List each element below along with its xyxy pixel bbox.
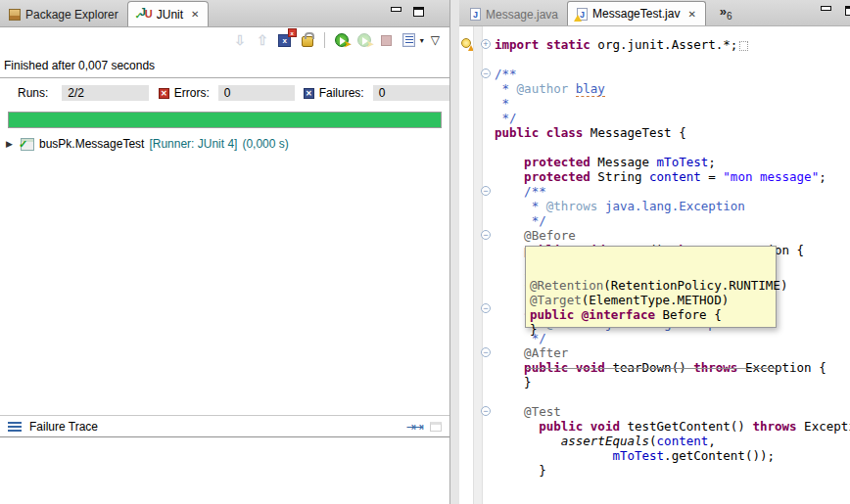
- fold-expanded-icon[interactable]: −: [481, 406, 491, 416]
- junit-toolbar: ⇩ ⇧ xx ➤ ➤ ▾ ▽: [0, 27, 449, 53]
- code-token: [495, 345, 524, 360]
- code-token: [495, 434, 561, 448]
- test-suite-icon: ✓: [21, 138, 34, 151]
- code-token: ,: [708, 434, 716, 448]
- test-run-history-icon[interactable]: [401, 32, 417, 48]
- view-menu-icon[interactable]: ▽: [431, 33, 440, 47]
- minimize-icon[interactable]: [391, 7, 401, 12]
- code-token: throws: [752, 419, 796, 434]
- code-token: *: [495, 81, 517, 96]
- junit-icon: ✓JU: [137, 8, 152, 21]
- runs-label: Runs:: [18, 86, 48, 100]
- code-token: @interface: [582, 307, 655, 322]
- code-token: [495, 448, 612, 463]
- tab-messagetest-java[interactable]: J MessageTest.jav ✕: [567, 1, 706, 25]
- code-line: @Before: [495, 228, 850, 243]
- compare-result-icon[interactable]: ⇥⇥: [406, 420, 422, 434]
- code-line: /**: [495, 67, 850, 81]
- code-line: @Test: [495, 404, 850, 419]
- code-line: }: [530, 322, 776, 337]
- close-icon[interactable]: ✕: [687, 9, 695, 20]
- code-token: [495, 155, 524, 169]
- fold-expanded-icon[interactable]: −: [481, 69, 491, 78]
- tab-junit[interactable]: ✓JU JUnit ✕: [127, 1, 210, 26]
- minimize-icon[interactable]: [821, 6, 831, 11]
- code-line: [495, 140, 850, 155]
- code-token: public: [530, 307, 574, 322]
- editor-body[interactable]: +−−−−−− import static org.junit.Assert.*…: [459, 26, 850, 504]
- hidden-tabs-count: 6: [727, 11, 732, 22]
- next-failed-test-icon[interactable]: ⇩: [232, 32, 248, 48]
- fold-expanded-icon[interactable]: −: [481, 186, 491, 196]
- errors-icon: ✕: [159, 88, 169, 99]
- code-token: ;: [819, 169, 826, 184]
- elapsed-time: (0,000 s): [242, 137, 288, 151]
- code-token: */: [495, 111, 517, 125]
- java-file-icon: J: [470, 8, 481, 21]
- tab-message-java[interactable]: J Message.java: [461, 3, 567, 25]
- code-line: */: [495, 111, 850, 125]
- code-token: protected: [524, 155, 590, 169]
- vertical-ruler: [473, 26, 483, 504]
- code-token: mToTest: [657, 155, 709, 169]
- failure-trace-icon: [8, 422, 22, 432]
- tab-label: JUnit: [157, 8, 183, 22]
- code-line: }: [495, 463, 850, 478]
- close-icon[interactable]: ✕: [191, 9, 199, 20]
- code-token: }: [530, 322, 538, 337]
- code-token: .getContent());: [664, 448, 775, 463]
- tree-row[interactable]: ▶ ✓ busPk.MessageTest [Runner: JUnit 4] …: [6, 135, 449, 153]
- code-token: *: [495, 199, 546, 213]
- code-token: }: [495, 463, 546, 478]
- maximize-icon[interactable]: [845, 6, 850, 16]
- code-line: /**: [495, 184, 850, 199]
- fold-expanded-icon[interactable]: −: [481, 303, 491, 313]
- errors-label: Errors:: [174, 86, 210, 100]
- fold-expanded-icon[interactable]: −: [481, 230, 491, 240]
- open-console-icon[interactable]: [430, 422, 442, 432]
- toolbar-separator: [324, 32, 325, 48]
- previous-failed-test-icon[interactable]: ⇧: [255, 32, 270, 48]
- code-line: * @throws java.lang.Exception: [495, 199, 850, 213]
- rerun-tests-icon[interactable]: ➤: [334, 32, 350, 48]
- code-token: *: [495, 96, 509, 111]
- code-token: [568, 81, 576, 96]
- code-line: mToTest.getContent());: [495, 448, 850, 463]
- code-token: Message: [590, 155, 657, 169]
- code-token: "mon message": [723, 169, 819, 184]
- maximize-icon[interactable]: [413, 7, 424, 17]
- code-token: [574, 307, 582, 322]
- failure-trace-label: Failure Trace: [29, 420, 399, 434]
- code-token: @Before: [524, 228, 576, 243]
- fold-collapsed-icon[interactable]: +: [481, 39, 491, 49]
- fold-expanded-icon[interactable]: −: [481, 347, 491, 357]
- code-token: [495, 184, 524, 199]
- code-line: */: [495, 213, 850, 228]
- hidden-tabs-chevron[interactable]: »6: [720, 4, 732, 25]
- code-line: public class MessageTest {: [495, 125, 850, 140]
- show-failures-only-icon[interactable]: xx: [277, 32, 293, 48]
- failures-icon: ✕: [304, 88, 314, 99]
- code-token: testGetContent(): [620, 419, 752, 434]
- junit-view-panel: Package Explorer ✓JU JUnit ✕ ⇩ ⇧ xx: [0, 0, 450, 504]
- code-token: [495, 419, 539, 434]
- code-line: * @author blay: [495, 81, 850, 96]
- code-token: java.lang.Exception: [597, 199, 745, 213]
- warning-lightbulb-icon[interactable]: [461, 38, 471, 48]
- expander-icon[interactable]: ▶: [6, 139, 16, 149]
- rerun-failed-first-icon[interactable]: ➤: [356, 32, 372, 48]
- tab-package-explorer[interactable]: Package Explorer: [0, 3, 127, 26]
- left-window-controls: [391, 7, 424, 17]
- scroll-lock-icon[interactable]: [300, 32, 315, 48]
- code-line: import static org.junit.Assert.*;: [495, 37, 850, 52]
- test-class-name: busPk.MessageTest: [39, 137, 144, 151]
- code-line: assertEquals(content,: [495, 434, 850, 448]
- eclipse-workbench: Package Explorer ✓JU JUnit ✕ ⇩ ⇧ xx: [0, 0, 850, 504]
- code-line: public void testGetContent() throws Exce…: [495, 419, 850, 434]
- code-token: [495, 404, 524, 419]
- chevron-down-icon[interactable]: ▾: [420, 36, 424, 45]
- stop-test-run-icon[interactable]: [379, 32, 395, 48]
- runner-info: [Runner: JUnit 4]: [149, 137, 237, 151]
- java-file-warning-icon: J: [577, 8, 588, 21]
- code-token: [495, 301, 524, 316]
